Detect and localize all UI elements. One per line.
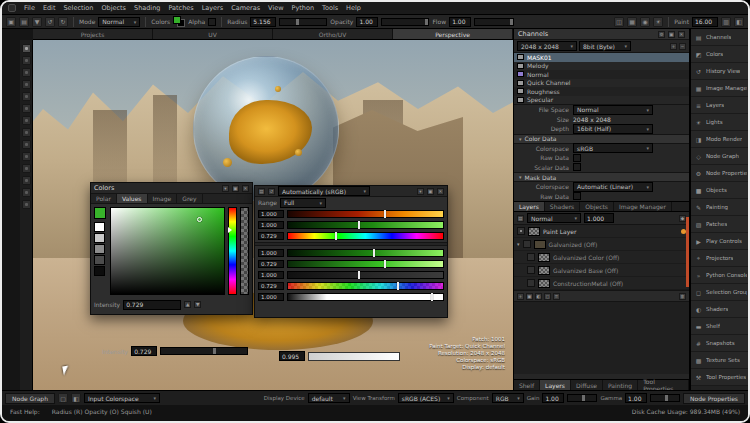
gain-slider[interactable] (567, 394, 597, 402)
tab-diffuse[interactable]: Diffuse (571, 380, 603, 390)
menu-python[interactable]: Python (292, 4, 315, 12)
intensity-field[interactable]: 0.729 (131, 346, 157, 356)
tab-tool-properties[interactable]: Tool Properties (638, 380, 689, 390)
viewport-canvas[interactable]: Patch: 1001 Paint Target: Quick Channel … (33, 40, 513, 390)
add-group-icon[interactable]: ▣ (526, 293, 533, 300)
palette-tab-snapshots[interactable]: #Snapshots (691, 335, 750, 352)
tab-image-manager[interactable]: Image Manager (614, 202, 672, 211)
pin-icon[interactable]: ▾ (417, 188, 424, 195)
float-icon[interactable]: ▣ (232, 185, 239, 192)
stepper-up-icon[interactable]: ▲ (184, 301, 191, 308)
tab-uv[interactable]: UV (153, 29, 273, 39)
visibility-eye-icon[interactable] (517, 227, 525, 235)
alpha-bar[interactable] (240, 207, 249, 295)
warp-tool-icon[interactable] (22, 68, 31, 77)
view-transform-dropdown[interactable]: sRGB (ACES)▾ (398, 393, 454, 403)
menu-patches[interactable]: Patches (168, 4, 193, 12)
node-properties-tab[interactable]: Node Properties (683, 393, 745, 404)
tab-grey[interactable]: Grey (177, 194, 202, 203)
close-icon[interactable]: ✕ (242, 185, 249, 192)
scrollbar[interactable] (686, 217, 689, 287)
hue-field[interactable]: 0.729 (258, 232, 284, 240)
channel-row[interactable]: MASK01 (514, 53, 689, 62)
gradient-tool-icon[interactable] (22, 140, 31, 149)
channel-row[interactable]: Roughness (514, 87, 689, 96)
swatch-black[interactable] (94, 266, 105, 276)
current-color-swatch[interactable] (94, 207, 106, 219)
visibility-eye-icon[interactable] (523, 240, 531, 248)
float-icon[interactable]: ▣ (668, 31, 675, 38)
channel-row[interactable]: Normal (514, 70, 689, 79)
palette-tab-colors[interactable]: ◩Colors (691, 46, 750, 63)
channel-row[interactable]: Specular (514, 96, 689, 105)
red-field[interactable]: 1.000 (258, 210, 284, 218)
menu-selection[interactable]: Selection (63, 4, 93, 12)
palette-icon[interactable]: ▤ (258, 188, 265, 195)
lighting-icon[interactable]: ☀ (653, 17, 663, 27)
expand-caret-icon[interactable]: ▾ (517, 241, 520, 247)
stepper-down-icon[interactable]: ▼ (194, 301, 201, 308)
palette-tab-lights[interactable]: ☀Lights (691, 114, 750, 131)
range-dropdown[interactable]: Full▾ (280, 198, 326, 208)
paint-buffer-field[interactable]: 16.00 (692, 17, 718, 27)
tab-layers[interactable]: Layers (514, 202, 545, 211)
palette-tab-patches[interactable]: ▨Patches (691, 216, 750, 233)
swatch-gray[interactable] (94, 244, 105, 254)
swatch-light-gray[interactable] (94, 233, 105, 243)
palette-tab-texture-sets[interactable]: ▩Texture Sets (691, 352, 750, 369)
close-icon[interactable]: ✕ (678, 31, 685, 38)
tab-perspective[interactable]: Perspective (393, 29, 513, 39)
alpha-field[interactable]: 0.729 (258, 282, 284, 290)
adjustment-icon[interactable]: ◐ (535, 293, 542, 300)
tab-painting[interactable]: Painting (603, 380, 638, 390)
display-device-dropdown[interactable]: default▾ (308, 393, 350, 403)
add-layer-icon[interactable]: + (517, 293, 524, 300)
foreground-background-swatch[interactable] (173, 16, 185, 27)
palette-tab-channels[interactable]: ▤Channels (691, 29, 750, 46)
tab-shelf[interactable]: Shelf (514, 380, 540, 390)
value-slider[interactable] (308, 352, 400, 361)
scalar-data-checkbox[interactable] (573, 163, 581, 171)
mask-data-section[interactable]: ▾Mask Data (514, 172, 689, 182)
hue-slider[interactable] (287, 232, 444, 240)
palette-tab-shelf[interactable]: ▬Shelf (691, 318, 750, 335)
channel-size-dropdown[interactable]: 2048 x 2048▾ (517, 41, 577, 51)
menu-edit[interactable]: Edit (43, 4, 56, 12)
radius-field[interactable]: 5.156 (250, 17, 276, 27)
mask-icon[interactable]: ◻ (544, 293, 551, 300)
menu-shading[interactable]: Shading (134, 4, 160, 12)
colors-panel-titlebar[interactable]: Colors ▾ ▣ ✕ (91, 183, 252, 194)
blend-mode-dropdown[interactable]: Normal▾ (527, 213, 581, 223)
visibility-eye-icon[interactable] (527, 266, 535, 274)
zoom-tool-icon[interactable] (22, 200, 31, 209)
float-icon[interactable]: ▣ (427, 188, 434, 195)
save-icon[interactable]: ▼ (32, 17, 42, 27)
channel-row[interactable]: Melody (514, 62, 689, 71)
visibility-eye-icon[interactable] (527, 279, 535, 287)
node-graph-tab[interactable]: Node Graph (5, 393, 55, 404)
white-field[interactable]: 1.000 (258, 293, 284, 301)
add-channel-icon[interactable]: + (670, 43, 677, 50)
palette-tab-node-properties[interactable]: ⚙Node Properties (691, 165, 750, 182)
raw-data-checkbox[interactable] (573, 154, 581, 162)
tab-shaders[interactable]: Shaders (545, 202, 580, 211)
swatch-dark-gray[interactable] (94, 255, 105, 265)
radius-slider[interactable] (279, 18, 327, 26)
alpha-checkbox[interactable] (208, 18, 216, 26)
blur-tool-icon[interactable] (22, 116, 31, 125)
tab-projects[interactable]: Projects (33, 29, 153, 39)
channel-depth-dropdown[interactable]: 8bit (Byte)▾ (579, 41, 631, 51)
fit-view-icon[interactable]: ▢ (58, 393, 68, 403)
layer-group-row[interactable]: ▾ Galvanized (Off) (514, 238, 689, 251)
erase-tool-icon[interactable] (22, 92, 31, 101)
menu-help[interactable]: Help (346, 4, 361, 12)
swatch-white[interactable] (94, 222, 105, 232)
open-project-icon[interactable]: ▤ (19, 17, 29, 27)
palette-tab-modo-render[interactable]: ◨Modo Render (691, 131, 750, 148)
palette-tab-painting[interactable]: ✎Painting (691, 199, 750, 216)
eyedropper-tool-icon[interactable] (22, 164, 31, 173)
undo-icon[interactable]: ↺ (45, 17, 55, 27)
reset-icon[interactable]: ↺ (268, 188, 275, 195)
saturation-value-box[interactable] (110, 207, 225, 295)
palette-tab-shaders[interactable]: ◐Shaders (691, 301, 750, 318)
